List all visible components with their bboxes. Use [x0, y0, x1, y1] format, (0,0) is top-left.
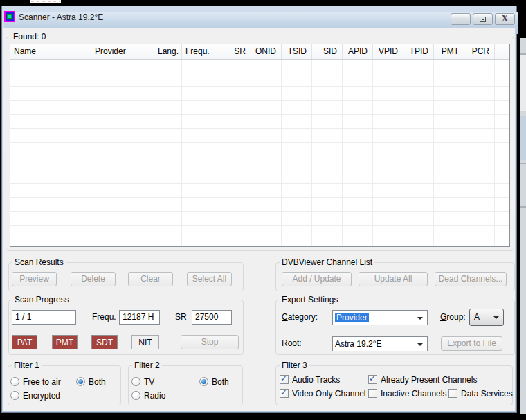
column-header-lang[interactable]: Lang. [154, 44, 182, 59]
stop-button[interactable]: Stop [181, 335, 239, 349]
progress-field[interactable]: 1 / 1 [12, 310, 76, 325]
check-icon: ✓ [369, 374, 376, 383]
screen: Scanner - Astra 19.2°E X Found: 0 Name P… [0, 0, 526, 420]
check-icon: ✓ [280, 374, 287, 383]
select-all-button[interactable]: Select All [187, 272, 232, 286]
column-header-onid[interactable]: ONID [251, 44, 282, 59]
column-header-provider[interactable]: Provider [91, 44, 154, 59]
background-sliver-line [520, 206, 526, 208]
grid-column [403, 60, 434, 246]
minimize-button[interactable] [451, 13, 471, 25]
grid-column [312, 60, 343, 246]
dropdown-arrow-icon [493, 316, 499, 319]
encrypted-radio[interactable] [10, 391, 19, 400]
background-sliver-segment [520, 55, 526, 111]
check-icon: ✓ [280, 387, 287, 397]
table-header-row: Name Provider Lang. Frequ. SR ONID TSID … [10, 44, 509, 60]
tv-label[interactable]: TV [144, 377, 154, 387]
group-label: Group: [440, 312, 466, 322]
filter3-groupbox [275, 365, 513, 405]
filter2-caption: Filter 2 [132, 360, 162, 370]
column-header-apid[interactable]: APID [343, 44, 373, 59]
root-value: Astra 19.2°E [335, 338, 382, 350]
column-header-tpid[interactable]: TPID [403, 44, 434, 59]
video-only-label[interactable]: Video Only Channel [292, 389, 366, 399]
filter1-both-radio[interactable] [76, 377, 85, 386]
column-header-filler [495, 44, 509, 59]
clear-button[interactable]: Clear [128, 272, 173, 286]
delete-button[interactable]: Delete [71, 272, 116, 286]
encrypted-label[interactable]: Encrypted [23, 391, 60, 401]
root-label: Root: [282, 338, 302, 349]
client-area: Found: 0 Name Provider Lang. Frequ. SR O… [3, 28, 515, 411]
already-present-checkbox[interactable]: ✓ [368, 375, 377, 384]
close-button[interactable]: X [495, 13, 515, 25]
background-window-sliver-right [520, 38, 526, 414]
category-value: Provider [335, 312, 369, 324]
column-header-sr[interactable]: SR [215, 44, 251, 59]
filter2-both-label[interactable]: Both [212, 377, 229, 387]
app-icon-layer [7, 14, 12, 19]
grid-column [251, 60, 282, 246]
nit-indicator: NIT [132, 335, 159, 349]
already-present-label[interactable]: Already Present Channels [381, 375, 477, 385]
column-header-frequ[interactable]: Frequ. [182, 44, 215, 59]
free-to-air-radio[interactable] [10, 377, 19, 386]
export-settings-caption: Export Settings [280, 295, 340, 304]
audio-tracks-checkbox[interactable]: ✓ [280, 375, 289, 384]
group-combobox[interactable]: A [469, 309, 504, 326]
tv-radio[interactable] [132, 377, 140, 386]
root-label-rest: oot: [288, 338, 302, 348]
grid-column [182, 60, 215, 246]
filter2-both-radio[interactable] [199, 377, 208, 386]
close-icon: X [496, 14, 514, 24]
category-combobox[interactable]: Provider [332, 310, 428, 325]
column-header-name[interactable]: Name [10, 44, 91, 59]
audio-tracks-label[interactable]: Audio Tracks [292, 375, 340, 385]
column-header-pcr[interactable]: PCR [464, 44, 495, 59]
inactive-channels-checkbox[interactable] [368, 389, 377, 398]
app-icon-layer [8, 15, 11, 18]
column-header-sid[interactable]: SID [312, 44, 343, 59]
sr-field[interactable]: 27500 [192, 310, 232, 325]
free-to-air-label[interactable]: Free to air [23, 377, 61, 387]
maximize-icon [480, 17, 486, 22]
frequ-field[interactable]: 12187 H [119, 310, 160, 325]
grid-column [343, 60, 373, 246]
category-label-rest: ategory: [288, 312, 318, 322]
add-update-button[interactable]: Add / Update [282, 272, 352, 286]
column-header-pmt[interactable]: PMT [434, 44, 464, 59]
radio-radio[interactable] [132, 391, 140, 400]
grid-column [434, 60, 464, 246]
sdt-indicator: SDT [91, 335, 118, 349]
filter1-both-label[interactable]: Both [89, 377, 106, 387]
background-sliver-marks [31, 1, 60, 2]
preview-button[interactable]: Preview [12, 272, 57, 286]
table-body-empty[interactable] [10, 60, 509, 246]
data-services-label[interactable]: Data Services [461, 389, 513, 399]
column-header-tsid[interactable]: TSID [282, 44, 312, 59]
dropdown-arrow-icon [417, 343, 423, 346]
data-services-checkbox[interactable] [448, 389, 457, 398]
export-to-file-button[interactable]: Export to File [441, 336, 502, 351]
minimize-icon [457, 19, 464, 21]
column-header-vpid[interactable]: VPID [373, 44, 403, 59]
channel-list-caption: DVBViewer Channel List [280, 257, 374, 267]
maximize-button[interactable] [473, 13, 493, 25]
dropdown-arrow-icon [417, 317, 423, 320]
group-label-rest: roup: [446, 312, 465, 322]
background-window-sliver-top [30, 0, 61, 3]
grid-column [91, 60, 154, 246]
dead-channels-button[interactable]: Dead Channels... [435, 272, 507, 286]
pat-indicator: PAT [12, 335, 37, 349]
sr-label: SR [175, 312, 187, 322]
grid-column [282, 60, 312, 246]
update-all-button[interactable]: Update All [359, 272, 428, 286]
root-combobox[interactable]: Astra 19.2°E [332, 336, 428, 351]
maximize-icon-inner [482, 19, 484, 20]
video-only-checkbox[interactable]: ✓ [280, 389, 289, 398]
background-sliver-line [520, 53, 526, 55]
inactive-channels-label[interactable]: Inactive Channels [381, 389, 446, 399]
grid-column [154, 60, 182, 246]
radio-label[interactable]: Radio [144, 391, 165, 401]
